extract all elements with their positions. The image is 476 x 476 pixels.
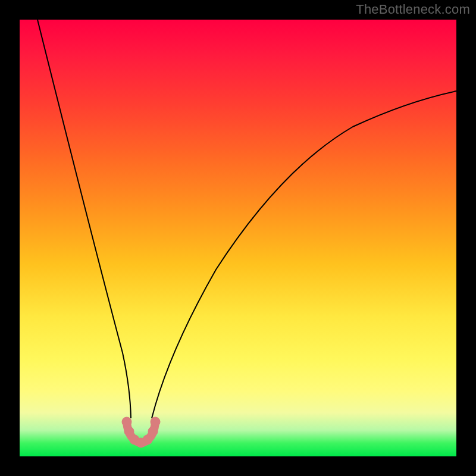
watermark-text: TheBottleneck.com (356, 2, 470, 17)
svg-point-6 (151, 417, 160, 427)
chart-curves (20, 20, 456, 456)
svg-point-0 (122, 417, 131, 427)
svg-point-1 (124, 427, 134, 436)
curve-right-branch (152, 91, 456, 418)
chart-frame: TheBottleneck.com (0, 0, 476, 476)
chart-plot-area (20, 20, 456, 456)
valley-marker (122, 417, 160, 447)
svg-point-5 (148, 427, 158, 436)
svg-point-4 (143, 435, 152, 444)
curve-left-branch (37, 20, 131, 418)
